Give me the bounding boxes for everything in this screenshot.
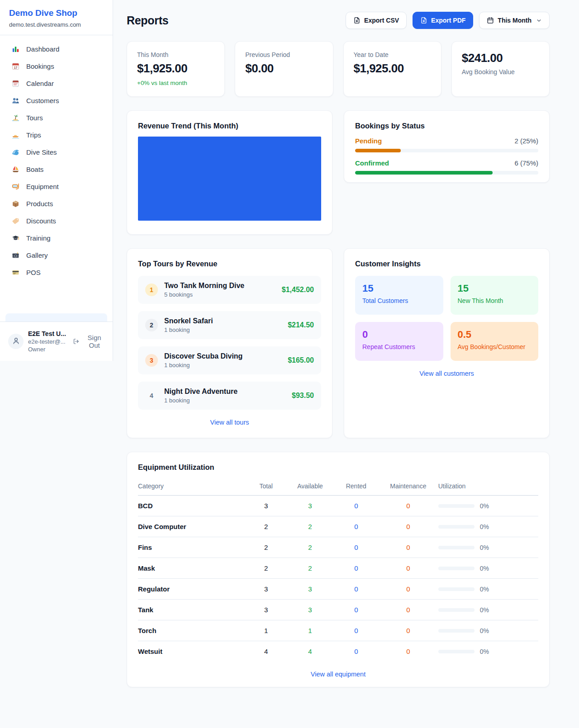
sidebar-item-active-partial[interactable] [5, 313, 107, 322]
sidebar-user-section: E2E Test U... e2e-tester@... Owner Sign … [0, 321, 113, 361]
status-progress-track [355, 149, 538, 152]
sidebar-item[interactable]: Discounts [5, 213, 107, 228]
sidebar-item-label: Dashboard [26, 45, 59, 53]
sidebar-item-label: Products [26, 200, 53, 208]
equipment-available: 2 [286, 537, 334, 558]
utilization-bar [438, 567, 475, 570]
tour-name: Night Dive Adventure [164, 388, 285, 396]
sidebar-item[interactable]: Tours [5, 110, 107, 125]
period-dropdown[interactable]: This Month [479, 12, 550, 29]
insight-value: 0 [362, 329, 436, 340]
view-all-tours-link[interactable]: View all tours [138, 419, 321, 426]
column-header-rented: Rented [334, 478, 378, 496]
sidebar-item-icon [12, 234, 19, 242]
equipment-available: 2 [286, 516, 334, 537]
equipment-available: 3 [286, 496, 334, 516]
view-all-equipment-link[interactable]: View all equipment [138, 671, 538, 678]
tour-name: Two Tank Morning Dive [164, 282, 275, 290]
sidebar-item[interactable]: Dive Sites [5, 145, 107, 160]
column-header-category: Category [138, 478, 246, 496]
utilization-percent: 0% [480, 606, 489, 614]
sidebar-item-label: Boats [26, 165, 43, 173]
stat-card-previous-period: Previous Period $0.00 [235, 41, 333, 97]
sidebar-item-label: Bookings [26, 62, 54, 70]
sidebar-item-label: POS [26, 269, 41, 276]
sidebar-item-icon [12, 131, 19, 139]
stat-label: Previous Period [245, 51, 323, 58]
tour-rows: 1 Two Tank Morning Dive 5 bookings $1,45… [138, 276, 321, 410]
sidebar-item[interactable]: Calendar [5, 76, 107, 91]
revenue-trend-chart [138, 137, 321, 221]
utilization-percent: 0% [480, 565, 489, 572]
sidebar-item[interactable]: Training [5, 231, 107, 246]
equipment-available: 2 [286, 558, 334, 579]
tour-amount: $93.50 [292, 392, 314, 400]
sidebar-item-icon [12, 200, 19, 208]
period-label: This Month [498, 17, 532, 24]
tour-row: 1 Two Tank Morning Dive 5 bookings $1,45… [138, 276, 321, 304]
sign-out-button[interactable]: Sign Out [73, 334, 106, 349]
sidebar-item-icon [12, 251, 19, 259]
sidebar-item-icon [12, 45, 19, 53]
sidebar-item[interactable]: 17 Bookings [5, 59, 107, 74]
sidebar: Demo Dive Shop demo.test.divestreams.com… [0, 0, 113, 361]
sidebar-item[interactable]: Dashboard [5, 42, 107, 57]
equipment-category: Dive Computer [138, 516, 246, 537]
status-label: Pending [355, 137, 382, 145]
brand-block: Demo Dive Shop demo.test.divestreams.com [0, 0, 113, 35]
tour-amount: $165.00 [288, 356, 314, 364]
sidebar-item-icon [12, 183, 19, 190]
equipment-table: Category Total Available Rented Maintena… [138, 478, 538, 662]
sidebar-item[interactable]: Trips [5, 128, 107, 142]
user-name: E2E Test U... [28, 330, 68, 337]
equipment-rented: 0 [334, 496, 378, 516]
sidebar-item-label: Discounts [26, 217, 56, 225]
sidebar-item[interactable]: POS [5, 265, 107, 280]
equipment-maintenance: 0 [378, 600, 438, 620]
sidebar-item-icon [12, 97, 19, 104]
sidebar-item[interactable]: Gallery [5, 248, 107, 263]
sidebar-item[interactable]: Customers [5, 93, 107, 108]
equipment-category: Torch [138, 620, 246, 641]
tour-name: Snorkel Safari [164, 317, 281, 325]
equipment-available: 3 [286, 579, 334, 600]
bookings-by-status-card: Bookings by Status Pending 2 (25%) Confi… [344, 110, 550, 183]
stat-note: +0% vs last month [137, 80, 214, 86]
equipment-rented: 0 [334, 641, 378, 662]
tour-bookings: 5 bookings [164, 291, 275, 298]
brand-name: Demo Dive Shop [9, 8, 104, 18]
equipment-maintenance: 0 [378, 558, 438, 579]
equipment-row: Dive Computer 2 2 0 0 0% [138, 516, 538, 537]
equipment-available: 1 [286, 620, 334, 641]
customer-insights-title: Customer Insights [355, 260, 538, 268]
status-label: Confirmed [355, 159, 389, 167]
stat-cards: This Month $1,925.00 +0% vs last month P… [127, 41, 550, 97]
status-progress-fill [355, 171, 493, 175]
tour-bookings: 1 booking [164, 326, 281, 333]
export-csv-button[interactable]: Export CSV [346, 12, 407, 29]
status-list: Pending 2 (25%) Confirmed 6 (75%) [355, 137, 538, 175]
equipment-row: Regulator 3 3 0 0 0% [138, 579, 538, 600]
utilization-percent: 0% [480, 544, 489, 551]
tour-row: 4 Night Dive Adventure 1 booking $93.50 [138, 382, 321, 410]
sidebar-item-icon: 17 [12, 62, 19, 70]
insight-value: 15 [458, 283, 532, 294]
revenue-trend-card: Revenue Trend (This Month) [127, 110, 332, 235]
utilization-bar [438, 650, 475, 653]
equipment-maintenance: 0 [378, 537, 438, 558]
main-content: Reports Export CSV Export PDF This Month… [113, 0, 579, 687]
equipment-category: Tank [138, 600, 246, 620]
column-header-available: Available [286, 478, 334, 496]
utilization-percent: 0% [480, 627, 489, 634]
column-header-maintenance: Maintenance [378, 478, 438, 496]
sidebar-item[interactable]: Equipment [5, 179, 107, 194]
sidebar-item[interactable]: Products [5, 196, 107, 211]
chevron-down-icon [536, 18, 542, 24]
sidebar-item[interactable]: Boats [5, 162, 107, 177]
brand-domain: demo.test.divestreams.com [9, 21, 104, 28]
stat-label: Avg Booking Value [462, 68, 539, 76]
tour-row: 3 Discover Scuba Diving 1 booking $165.0… [138, 346, 321, 374]
equipment-total: 2 [246, 537, 286, 558]
export-pdf-button[interactable]: Export PDF [413, 12, 473, 29]
view-all-customers-link[interactable]: View all customers [355, 370, 538, 377]
